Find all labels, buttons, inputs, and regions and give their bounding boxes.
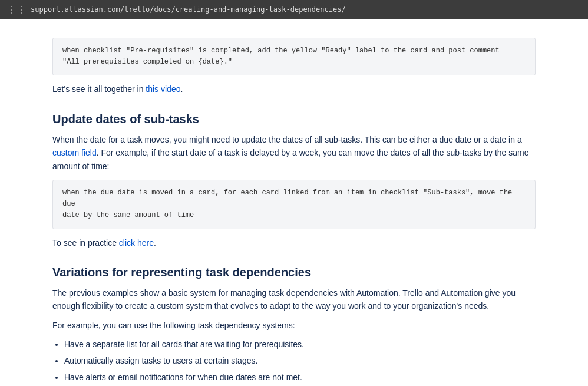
variations-para2: For example, you can use the following t… — [52, 319, 536, 332]
browser-bar: ⋮⋮ support.atlassian.com/trello/docs/cre… — [0, 0, 588, 19]
list-item: Automatically assign tasks to users at c… — [64, 354, 536, 368]
section-heading-update-dates: Update dates of sub-tasks — [52, 113, 536, 126]
list-item: Have a separate list for all cards that … — [64, 338, 536, 352]
section-heading-variations: Variations for representing task depende… — [52, 266, 536, 279]
browser-menu-icon: ⋮⋮ — [7, 4, 26, 15]
custom-field-link[interactable]: custom field — [52, 148, 97, 157]
browser-url: support.atlassian.com/trello/docs/creati… — [31, 5, 346, 14]
practice-period: . — [154, 238, 156, 248]
update-dates-para1-cont: . For example, if the start date of a ta… — [52, 148, 529, 170]
update-dates-para1-text: When the date for a task moves, you migh… — [52, 135, 522, 144]
this-video-link[interactable]: this video — [146, 84, 180, 94]
code-block-prerequisites: when checklist "Pre-requisites" is compl… — [52, 38, 536, 75]
list-item: Have alerts or email notifications for w… — [64, 371, 536, 385]
section-update-dates: Update dates of sub-tasks When the date … — [52, 113, 536, 249]
section-variations: Variations for representing task depende… — [52, 266, 536, 386]
lets-see-period: . — [180, 84, 183, 94]
variations-para1: The previous examples show a basic syste… — [52, 286, 536, 313]
click-here-link[interactable]: click here — [119, 238, 154, 248]
page-content: when checklist "Pre-requisites" is compl… — [29, 19, 559, 386]
practice-paragraph: To see in practice click here. — [52, 236, 536, 249]
practice-text: To see in practice — [52, 238, 119, 248]
variations-list: Have a separate list for all cards that … — [64, 338, 536, 386]
lets-see-text: Let's see it all together in — [52, 84, 146, 94]
code-block-subtasks: when the due date is moved in a card, fo… — [52, 180, 536, 229]
lets-see-paragraph: Let's see it all together in this video. — [52, 83, 536, 95]
update-dates-para1: When the date for a task moves, you migh… — [52, 133, 536, 173]
